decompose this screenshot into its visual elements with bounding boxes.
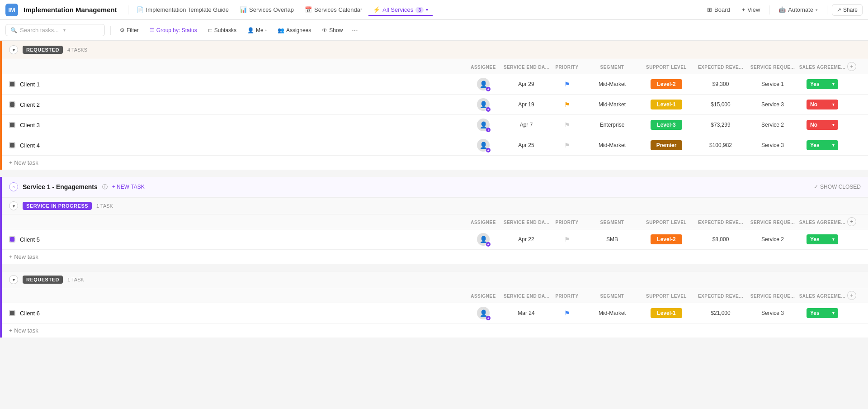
filter-label: Filter <box>127 27 139 33</box>
priority-client1: ⚑ <box>549 81 585 88</box>
task-square-client2 <box>10 102 14 107</box>
support-badge-client5[interactable]: Level-2 <box>651 234 682 244</box>
support-badge-client1[interactable]: Level-2 <box>651 79 682 89</box>
task-name-client6[interactable]: Client 6 <box>20 310 463 317</box>
group-by-label: Group by: Status <box>156 27 197 33</box>
date-client6: Mar 24 <box>504 310 549 316</box>
service1-requested-col-headers: ASSIGNEE SERVICE END DA... PRIORITY SEGM… <box>2 288 868 303</box>
requested-toggle[interactable]: ▾ <box>9 45 18 54</box>
support-badge-client3[interactable]: Level-3 <box>651 120 682 130</box>
avatar-client3[interactable]: 👤 + <box>477 119 490 131</box>
service1-requested-toggle[interactable]: ▾ <box>9 275 18 284</box>
sip-col-assignee: ASSIGNEE <box>463 219 504 225</box>
sales-badge-client5[interactable]: Yes ▾ <box>807 234 838 244</box>
all-services-chevron[interactable]: ▾ <box>426 7 428 12</box>
service1-show-closed[interactable]: ✓ SHOW CLOSED <box>814 184 861 190</box>
sales-badge-client4[interactable]: Yes ▾ <box>807 140 838 150</box>
show-button[interactable]: 👁 Show <box>318 25 346 36</box>
avatar-client6[interactable]: 👤 + <box>477 307 490 319</box>
new-task-sip[interactable]: + New task <box>2 250 868 264</box>
sales-chevron-client2: ▾ <box>832 102 835 107</box>
plus-icon: + <box>742 6 745 13</box>
automate-icon: 🤖 <box>778 6 786 13</box>
task-name-client5[interactable]: Client 5 <box>20 236 463 243</box>
assignees-button[interactable]: 👥 Assignees <box>274 25 315 36</box>
avatar-icon-client6: 👤 <box>480 309 487 317</box>
support-badge-client6[interactable]: Level-1 <box>651 308 682 318</box>
assignees-icon: 👥 <box>278 27 284 33</box>
service1-new-task[interactable]: + NEW TASK <box>112 184 145 190</box>
task-name-client1[interactable]: Client 1 <box>20 81 463 88</box>
service-req-client3: Service 2 <box>748 122 797 128</box>
sales-chevron-client3: ▾ <box>832 123 835 127</box>
tab-board[interactable]: ⊞ Board <box>703 4 735 16</box>
revenue-client5: $8,000 <box>693 236 748 243</box>
sales-badge-client2[interactable]: No ▾ <box>807 100 838 109</box>
share-icon: ↗ <box>837 7 841 13</box>
task-checkbox-client4[interactable] <box>9 142 15 148</box>
sip-col-priority: PRIORITY <box>549 219 585 225</box>
avatar-client2[interactable]: 👤 + <box>477 98 490 111</box>
tab-services-calendar[interactable]: 📅 Services Calendar <box>300 4 367 16</box>
service1-requested-badge: REQUESTED <box>23 276 63 284</box>
sr-add-column-button[interactable]: + <box>847 291 856 300</box>
service-in-progress-toggle[interactable]: ▾ <box>9 201 18 210</box>
sales-client2: No ▾ <box>797 100 847 109</box>
task-checkbox-client2[interactable] <box>9 101 15 108</box>
assignee-client5: 👤 + <box>463 233 504 246</box>
sales-badge-client6[interactable]: Yes ▾ <box>807 308 838 318</box>
service-req-client5: Service 2 <box>748 236 797 243</box>
tab-all-services[interactable]: ⚡ All Services 3 ▾ <box>368 4 433 16</box>
sales-badge-client3[interactable]: No ▾ <box>807 120 838 130</box>
task-checkbox-client3[interactable] <box>9 122 15 128</box>
task-checkbox-client6[interactable] <box>9 310 15 316</box>
filter-button[interactable]: ⚙ Filter <box>116 25 142 36</box>
col-date-label: SERVICE END DA... <box>504 65 550 70</box>
assignee-client2: 👤 + <box>463 98 504 111</box>
group-by-button[interactable]: ☰ Group by: Status <box>146 25 201 36</box>
me-chevron: • <box>265 28 267 33</box>
support-badge-client2[interactable]: Level-1 <box>651 100 682 109</box>
sr-col-segment: SEGMENT <box>585 292 639 299</box>
assignees-label: Assignees <box>286 27 311 33</box>
sales-client6: Yes ▾ <box>797 308 847 318</box>
col-revenue-label: EXPECTED REVE... <box>698 65 743 70</box>
service1-title: Service 1 - Engagements <box>23 183 98 190</box>
search-box[interactable]: 🔍 Search tasks... ▾ <box>5 24 105 36</box>
tab-view[interactable]: + View <box>737 4 765 16</box>
col-header-add: + <box>847 62 861 71</box>
requested-badge: REQUESTED <box>23 46 63 54</box>
more-options-icon[interactable]: ··· <box>350 24 359 36</box>
tab-automate[interactable]: 🤖 Automate ▾ <box>774 4 822 16</box>
tab-template-guide[interactable]: 📄 Implementation Template Guide <box>132 4 233 16</box>
me-button[interactable]: 👤 Me • <box>244 25 270 36</box>
avatar-client5[interactable]: 👤 + <box>477 233 490 246</box>
date-client3: Apr 7 <box>504 122 549 128</box>
service1-info-icon[interactable]: ⓘ <box>102 183 108 191</box>
add-column-button[interactable]: + <box>847 62 856 71</box>
segment-client2: Mid-Market <box>585 101 639 108</box>
task-name-client4[interactable]: Client 4 <box>20 142 463 149</box>
subtasks-button[interactable]: ⊏ Subtasks <box>204 25 240 36</box>
flag-icon-client1: ⚑ <box>564 81 570 88</box>
sip-add-column-button[interactable]: + <box>847 217 856 226</box>
new-task-service1-requested[interactable]: + New task <box>2 323 868 338</box>
new-task-requested[interactable]: + New task <box>2 156 868 170</box>
requested-group-header: ▾ REQUESTED 4 TASKS <box>2 41 868 59</box>
avatar-client1[interactable]: 👤 + <box>477 78 490 90</box>
tab-services-overlap[interactable]: 📊 Services Overlap <box>235 4 298 16</box>
sales-badge-client1[interactable]: Yes ▾ <box>807 79 838 89</box>
share-button[interactable]: ↗ Share <box>832 4 863 16</box>
support-badge-client4[interactable]: Premier <box>651 140 682 150</box>
service1-toggle[interactable]: ○ <box>9 182 18 191</box>
avatar-icon-client4: 👤 <box>480 142 487 149</box>
task-name-client3[interactable]: Client 3 <box>20 122 463 128</box>
task-name-client2[interactable]: Client 2 <box>20 101 463 108</box>
avatar-client4[interactable]: 👤 + <box>477 139 490 152</box>
avatar-plus-client5: + <box>486 242 491 247</box>
task-checkbox-client5[interactable] <box>9 236 15 243</box>
task-row-client6: Client 6 👤 + Mar 24 ⚑ Mid-Market Level-1 <box>2 303 868 323</box>
automate-chevron: ▾ <box>816 8 818 12</box>
task-checkbox-client1[interactable] <box>9 81 15 87</box>
tab-services-overlap-label: Services Overlap <box>249 6 294 13</box>
